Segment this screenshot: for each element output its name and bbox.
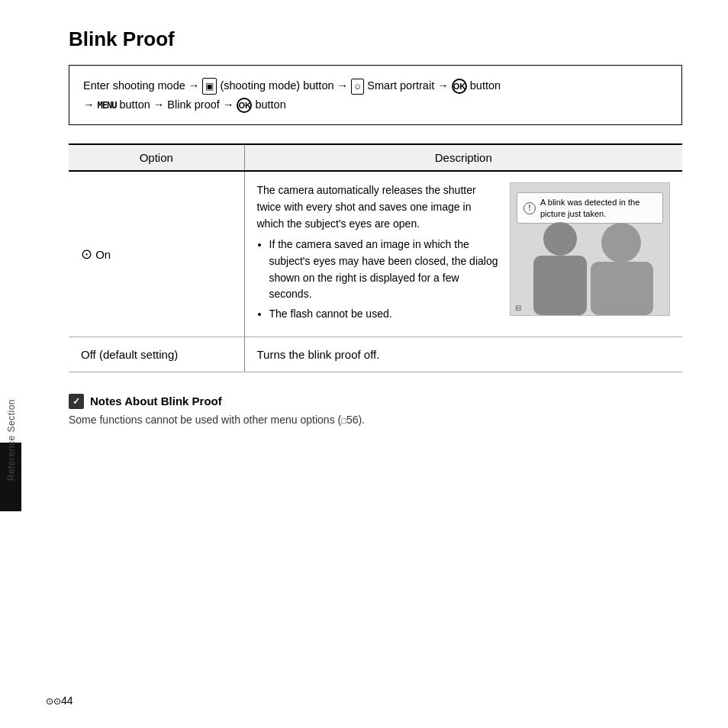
nav-arrow1: → [188, 79, 203, 92]
bullet-2: The flash cannot be used. [269, 306, 500, 323]
notes-ref-num: 56 [346, 414, 359, 426]
table-row-on: ⊙ On The camera automatically releases t… [69, 171, 682, 337]
nav-ok-button-2: button [255, 98, 285, 111]
blink-on-icon: ⊙ [81, 246, 92, 262]
option-on: ⊙ On [69, 171, 244, 337]
blink-preview-image: ! A blink was detected in the picture ju… [510, 182, 670, 316]
page-title: Blink Proof [69, 27, 682, 51]
col-description-header: Description [244, 144, 682, 171]
nav-enter-shooting: Enter shooting mode [83, 79, 185, 92]
check-icon: ✓ [69, 394, 84, 409]
nav-smart-portrait: Smart portrait [367, 79, 437, 92]
svg-point-2 [601, 223, 641, 263]
notes-section: ✓ Notes About Blink Proof Some functions… [69, 394, 682, 426]
menu-icon: MENU [98, 100, 117, 111]
nav-arrow4: → [83, 98, 98, 111]
nav-shooting-button: (shooting mode) button [220, 79, 337, 92]
desc-bullets: If the camera saved an image in which th… [257, 237, 500, 322]
navigation-box: Enter shooting mode → ▣ (shooting mode) … [69, 65, 682, 125]
nav-ok-button: button [470, 79, 501, 92]
page-num: 44 [61, 694, 73, 707]
table-row-off: Off (default setting) Turns the blink pr… [69, 337, 682, 372]
nav-arrow5: → Blink proof → [153, 98, 237, 111]
blink-on-label: On [95, 248, 111, 261]
svg-rect-3 [591, 262, 653, 315]
ok-icon: OK [452, 79, 467, 94]
svg-point-0 [543, 222, 577, 256]
notes-body: Some functions cannot be used with other… [69, 414, 682, 426]
ok-icon-2: OK [237, 98, 252, 113]
nav-menu-button: button [119, 98, 153, 111]
notes-text-end: ). [358, 414, 365, 426]
options-table: Option Description ⊙ On The camera autom… [69, 143, 682, 372]
col-option-header: Option [69, 144, 244, 171]
nav-arrow3: → [437, 79, 452, 92]
desc-text-on: The camera automatically releases the sh… [257, 182, 500, 326]
page-icon: ⊙⊙ [46, 696, 61, 707]
smart-portrait-icon: ☺ [351, 79, 364, 95]
description-off: Turns the blink proof off. [244, 337, 682, 372]
desc-para: The camera automatically releases the sh… [257, 182, 500, 232]
option-off: Off (default setting) [69, 337, 244, 372]
notes-title-row: ✓ Notes About Blink Proof [69, 394, 682, 409]
person-silhouette-svg [511, 216, 670, 315]
notes-text-before: Some functions cannot be used with other… [69, 414, 341, 426]
description-on: The camera automatically releases the sh… [244, 171, 682, 337]
page-number: ⊙⊙44 [46, 694, 73, 707]
main-content: Blink Proof Enter shooting mode → ▣ (sho… [23, 0, 728, 453]
bullet-1: If the camera saved an image in which th… [269, 237, 500, 303]
notes-title-text: Notes About Blink Proof [90, 395, 222, 407]
nav-arrow2: → [337, 79, 352, 92]
cam-icon: ▣ [202, 78, 217, 95]
sidebar-label: Reference Section [6, 399, 17, 481]
notes-ref: □ [341, 416, 346, 425]
svg-rect-1 [533, 256, 587, 315]
warning-icon: ! [523, 202, 536, 214]
sidebar: Reference Section [0, 153, 23, 728]
image-icon: ⊟ [515, 304, 521, 312]
